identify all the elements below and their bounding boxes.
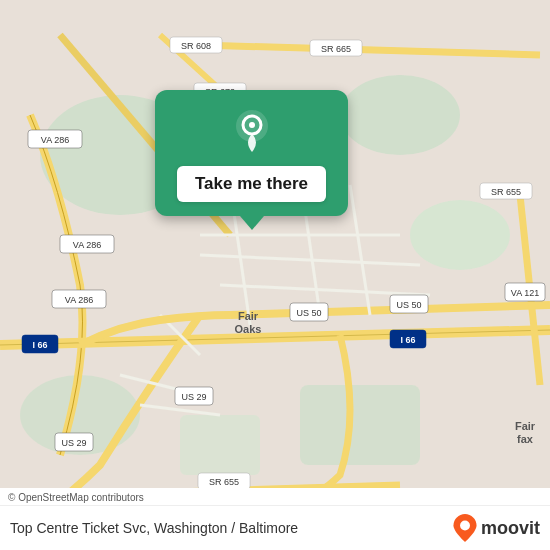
svg-point-3 xyxy=(410,200,510,270)
attribution: © OpenStreetMap contributors xyxy=(0,488,550,506)
map-background: SR 608 SR 665 SR 672 VA 286 VA 286 SR 65… xyxy=(0,0,550,550)
svg-point-61 xyxy=(249,122,255,128)
svg-text:VA 286: VA 286 xyxy=(65,295,93,305)
moovit-wordmark: moovit xyxy=(481,518,540,539)
svg-text:Oaks: Oaks xyxy=(235,323,262,335)
moovit-pin-icon xyxy=(451,514,479,542)
svg-text:VA 286: VA 286 xyxy=(41,135,69,145)
svg-text:I 66: I 66 xyxy=(32,340,47,350)
moovit-logo: moovit xyxy=(451,514,540,542)
svg-text:VA 121: VA 121 xyxy=(511,288,539,298)
map-popup: Take me there xyxy=(155,90,348,216)
map-container: SR 608 SR 665 SR 672 VA 286 VA 286 SR 65… xyxy=(0,0,550,550)
popup-bubble: Take me there xyxy=(155,90,348,216)
svg-text:SR 608: SR 608 xyxy=(181,41,211,51)
place-info: Top Centre Ticket Svc, Washington / Balt… xyxy=(0,506,550,550)
place-name: Top Centre Ticket Svc, Washington / Balt… xyxy=(10,520,298,536)
svg-text:Fair: Fair xyxy=(238,310,259,322)
svg-text:SR 655: SR 655 xyxy=(491,187,521,197)
svg-rect-6 xyxy=(180,415,260,475)
svg-text:I 66: I 66 xyxy=(400,335,415,345)
bottom-bar: © OpenStreetMap contributors Top Centre … xyxy=(0,488,550,550)
svg-text:SR 655: SR 655 xyxy=(209,477,239,487)
svg-point-2 xyxy=(340,75,460,155)
svg-point-62 xyxy=(460,521,470,531)
svg-text:US 29: US 29 xyxy=(181,392,206,402)
svg-text:fax: fax xyxy=(517,433,534,445)
svg-rect-4 xyxy=(300,385,420,465)
location-pin-icon xyxy=(230,108,274,152)
svg-text:US 29: US 29 xyxy=(61,438,86,448)
svg-text:US 50: US 50 xyxy=(296,308,321,318)
svg-text:SR 665: SR 665 xyxy=(321,44,351,54)
svg-text:Fair: Fair xyxy=(515,420,536,432)
svg-text:US 50: US 50 xyxy=(396,300,421,310)
take-me-there-button[interactable]: Take me there xyxy=(177,166,326,202)
svg-text:VA 286: VA 286 xyxy=(73,240,101,250)
